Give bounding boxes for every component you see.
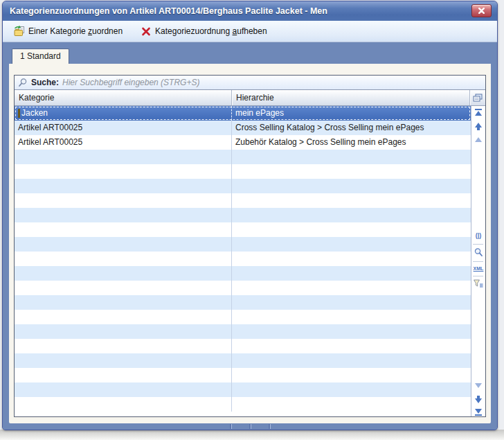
divider [473, 276, 483, 276]
cell-kategorie[interactable] [15, 353, 232, 368]
cell-kategorie[interactable] [15, 266, 232, 281]
table-row-empty[interactable] [15, 193, 471, 208]
table-row-empty[interactable] [15, 353, 471, 368]
cell-hierarchie[interactable] [232, 222, 471, 237]
down-arrow-icon[interactable] [475, 396, 482, 403]
table-row-empty[interactable] [15, 295, 471, 310]
page-down-icon[interactable] [475, 383, 482, 388]
cell-hierarchie[interactable] [232, 208, 471, 222]
hierarchie-text: Cross Selling Katalog > Cross Selling me… [235, 123, 424, 132]
remove-assignment-label: Kategoriezuordnung aufheben [155, 26, 267, 36]
cell-hierarchie[interactable] [232, 193, 471, 208]
cell-kategorie[interactable] [15, 281, 232, 295]
table-row-empty[interactable] [15, 397, 471, 412]
search-bar[interactable]: Suche: Hier Suchbegriff eingeben (STRG+S… [15, 76, 485, 90]
content-panel: Suche: Hier Suchbegriff eingeben (STRG+S… [9, 64, 491, 423]
hierarchie-text: mein ePages [235, 108, 284, 118]
background-window-edge [0, 430, 504, 440]
table-row-empty[interactable] [15, 324, 471, 339]
table-row-empty[interactable] [15, 368, 471, 382]
cell-hierarchie[interactable] [232, 179, 471, 193]
table-row-empty[interactable] [15, 382, 471, 397]
table-row-empty[interactable] [15, 150, 471, 164]
table-row-empty[interactable] [15, 164, 471, 179]
cell-kategorie[interactable] [15, 382, 232, 397]
close-icon [478, 8, 485, 14]
table-row-empty[interactable] [15, 252, 471, 266]
title-bar[interactable]: Kategorienzuordnungen von Artikel ART000… [3, 1, 497, 21]
table-header: Kategorie Hierarchie [15, 90, 485, 106]
search-label: Suche: [31, 78, 59, 87]
table-row[interactable]: Artikel ART00025Zubehör Katalog > Cross … [15, 135, 471, 150]
resize-grip[interactable] [230, 424, 270, 429]
table-row-empty[interactable] [15, 310, 471, 324]
cell-hierarchie[interactable] [232, 368, 471, 382]
column-header-kategorie[interactable]: Kategorie [15, 90, 232, 105]
cell-kategorie[interactable] [15, 252, 232, 266]
cell-kategorie[interactable] [15, 295, 232, 310]
cell-kategorie[interactable] [15, 150, 232, 164]
cell-kategorie[interactable] [15, 222, 232, 237]
category-table: Suche: Hier Suchbegriff eingeben (STRG+S… [14, 75, 486, 417]
paging-icon[interactable]: (|) [476, 232, 482, 239]
column-options-icon [473, 94, 483, 102]
table-row-empty[interactable] [15, 339, 471, 353]
cell-hierarchie[interactable] [232, 150, 471, 164]
cell-hierarchie[interactable] [232, 164, 471, 179]
up-arrow-icon[interactable] [475, 123, 482, 130]
cell-hierarchie[interactable] [232, 237, 471, 252]
xml-export-icon[interactable]: XML [474, 265, 484, 272]
cell-kategorie[interactable] [15, 237, 232, 252]
cell-hierarchie[interactable]: mein ePages [232, 106, 471, 121]
cell-kategorie[interactable] [15, 310, 232, 324]
cell-hierarchie[interactable]: Cross Selling Katalog > Cross Selling me… [232, 121, 471, 135]
assign-category-button[interactable]: Einer Kategorie zuordnen [10, 24, 127, 39]
hierarchie-text: Zubehör Katalog > Cross Selling mein ePa… [235, 137, 406, 147]
cell-hierarchie[interactable] [232, 281, 471, 295]
column-options-button[interactable] [470, 90, 485, 105]
cell-hierarchie[interactable] [232, 324, 471, 339]
cell-kategorie[interactable]: Artikel ART00025 [15, 121, 232, 135]
column-header-hierarchie[interactable]: Hierarchie [232, 90, 470, 105]
divider [473, 244, 483, 245]
cell-kategorie[interactable] [15, 164, 232, 179]
divider [473, 261, 483, 262]
cell-hierarchie[interactable] [232, 382, 471, 397]
window-title: Kategorienzuordnungen von Artikel ART000… [3, 6, 327, 16]
cell-kategorie[interactable]: Jacken [15, 106, 232, 121]
cell-hierarchie[interactable] [232, 397, 471, 412]
filter-icon[interactable] [474, 279, 484, 288]
table-row-empty[interactable] [15, 281, 471, 295]
cell-hierarchie[interactable] [232, 353, 471, 368]
table-body: Jackenmein ePagesArtikel ART00025Cross S… [15, 106, 471, 416]
cell-kategorie[interactable] [15, 368, 232, 382]
remove-assignment-button[interactable]: Kategoriezuordnung aufheben [136, 24, 271, 39]
cell-kategorie[interactable]: Artikel ART00025 [15, 135, 232, 150]
toolbar: Einer Kategorie zuordnen Kategoriezuordn… [3, 21, 497, 42]
tab-standard[interactable]: 1 Standard [12, 49, 69, 64]
cell-hierarchie[interactable] [232, 339, 471, 353]
cell-kategorie[interactable] [15, 397, 232, 412]
table-row[interactable]: Jackenmein ePages [15, 106, 471, 121]
table-row-empty[interactable] [15, 222, 471, 237]
cell-hierarchie[interactable] [232, 295, 471, 310]
table-row-empty[interactable] [15, 208, 471, 222]
cell-kategorie[interactable] [15, 324, 232, 339]
cell-hierarchie[interactable] [232, 266, 471, 281]
page-up-icon[interactable] [475, 137, 482, 142]
table-row-empty[interactable] [15, 179, 471, 193]
zoom-magnifier-icon[interactable] [474, 247, 483, 257]
table-row-empty[interactable] [15, 266, 471, 281]
table-row-empty[interactable] [15, 237, 471, 252]
table-row[interactable]: Artikel ART00025Cross Selling Katalog > … [15, 121, 471, 135]
scroll-to-bottom-icon[interactable] [475, 409, 482, 416]
close-button[interactable] [471, 4, 492, 17]
cell-kategorie[interactable] [15, 179, 232, 193]
cell-hierarchie[interactable] [232, 310, 471, 324]
cell-kategorie[interactable] [15, 208, 232, 222]
cell-hierarchie[interactable]: Zubehör Katalog > Cross Selling mein ePa… [232, 135, 471, 150]
cell-hierarchie[interactable] [232, 252, 471, 266]
cell-kategorie[interactable] [15, 339, 232, 353]
scroll-to-top-icon[interactable] [475, 109, 482, 116]
cell-kategorie[interactable] [15, 193, 232, 208]
